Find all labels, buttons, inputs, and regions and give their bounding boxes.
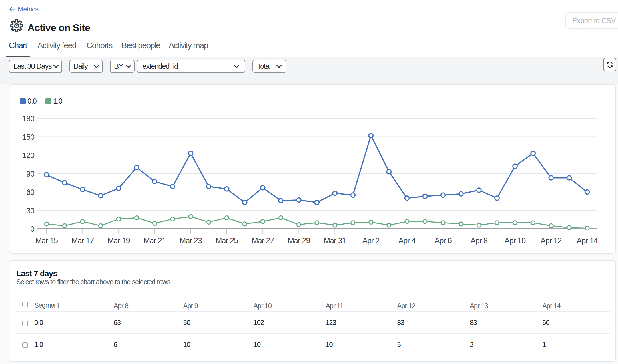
svg-text:Mar 29: Mar 29 bbox=[288, 236, 310, 245]
svg-text:60: 60 bbox=[26, 188, 34, 197]
svg-text:Mar 25: Mar 25 bbox=[216, 236, 238, 245]
svg-text:Mar 27: Mar 27 bbox=[252, 236, 274, 245]
svg-text:Apr 6: Apr 6 bbox=[434, 236, 452, 245]
svg-text:Apr 2: Apr 2 bbox=[362, 236, 380, 245]
svg-text:Mar 17: Mar 17 bbox=[71, 236, 94, 245]
svg-text:Mar 23: Mar 23 bbox=[180, 236, 202, 245]
svg-text:120: 120 bbox=[22, 151, 34, 160]
svg-text:180: 180 bbox=[22, 114, 34, 123]
svg-text:0: 0 bbox=[30, 225, 34, 233]
svg-text:Mar 15: Mar 15 bbox=[35, 236, 58, 245]
svg-text:Apr 12: Apr 12 bbox=[541, 236, 562, 245]
svg-text:Mar 21: Mar 21 bbox=[144, 236, 166, 245]
svg-text:Mar 19: Mar 19 bbox=[107, 236, 130, 245]
svg-text:90: 90 bbox=[26, 170, 34, 178]
svg-text:Mar 31: Mar 31 bbox=[324, 236, 346, 245]
svg-text:Apr 14: Apr 14 bbox=[577, 236, 598, 245]
svg-text:Apr 4: Apr 4 bbox=[398, 236, 416, 245]
svg-text:Apr 10: Apr 10 bbox=[505, 236, 526, 245]
svg-text:Apr 8: Apr 8 bbox=[471, 236, 488, 245]
svg-text:30: 30 bbox=[26, 207, 34, 215]
svg-text:150: 150 bbox=[22, 133, 34, 141]
